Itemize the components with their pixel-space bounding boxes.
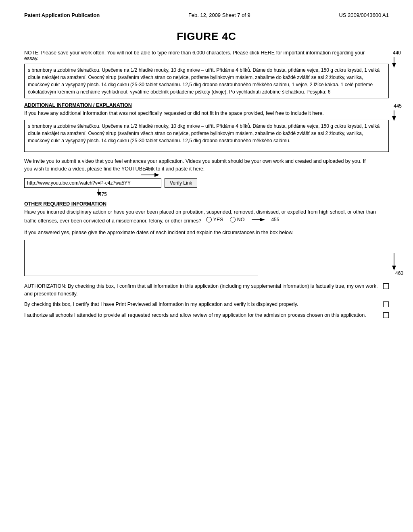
auth-text-2: By checking this box, I certify that I h… [24,301,383,308]
svg-marker-5 [154,173,159,177]
auth-checkbox-2[interactable] [383,301,389,307]
other-req-text: Have you incurred disciplinary action or… [24,208,389,225]
no-option[interactable]: NO [230,216,245,224]
additional-header: ADDITIONAL INFORMATION / EXPLANATION [24,102,389,108]
yes-label: YES [213,216,223,224]
note-prefix: NOTE: Please save your work often. You w… [24,50,261,56]
video-text-content: We invite you to submit a video that you… [24,158,366,172]
yes-radio[interactable] [206,217,212,222]
note-here-link[interactable]: HERE [261,50,275,56]
arrow-455 [251,217,267,222]
arrow-445 [388,110,400,122]
arrow-450 [139,171,163,179]
yes-option[interactable]: YES [206,216,223,224]
text-box-1[interactable]: s brambory a zdobíme šlehačkou. Upečeme … [24,64,389,98]
additional-text-content: If you have any additional information t… [24,110,324,116]
figure-title: FIGURE 4C [24,30,389,43]
svg-marker-1 [392,63,396,68]
label-445: 445 [394,102,402,110]
arrow-475 [85,188,105,196]
verify-link-button[interactable]: Verify Link [165,178,197,188]
svg-marker-11 [392,266,396,270]
auth-text-3: I authorize all schools I attended to pr… [24,312,383,319]
youtube-input[interactable]: http://www.youtube.com/watch?v=P-c4z7wa5… [24,178,161,188]
video-text: We invite you to submit a video that you… [24,158,389,173]
no-radio[interactable] [230,217,236,222]
label-455: 455 [271,216,279,223]
svg-marker-3 [392,116,396,121]
other-req-header: OTHER REQUIRED INFORMATION [24,201,389,207]
youtube-url: http://www.youtube.com/watch?v=P-c4z7wa5… [27,180,131,186]
label-440: 440 [393,50,401,56]
header-right: US 2009/0043600 A1 [339,12,389,18]
arrow-460 [388,252,400,272]
label-450: 450 [145,166,153,172]
other-req-text-content: Have you incurred disciplinary action or… [24,209,376,224]
text-box-2[interactable]: s brambory a zdobíme šlehačkou. Upečeme … [24,120,389,152]
incident-box[interactable] [24,240,258,276]
no-label: NO [237,216,245,224]
auth-checkbox-3[interactable] [383,312,389,318]
arrow-440 [388,56,400,69]
note-text: NOTE: Please save your work often. You w… [24,50,389,61]
authorization-section: AUTHORIZATION: By checking this box, I c… [24,283,389,319]
auth-text-1: AUTHORIZATION: By checking this box, I c… [24,283,383,298]
svg-marker-9 [260,218,265,221]
incident-text: If you answered yes, please give the app… [24,229,389,237]
auth-checkbox-1[interactable] [383,283,389,289]
additional-text: If you have any additional information t… [24,110,389,117]
svg-marker-7 [97,192,101,196]
header-left: Patent Application Publication [24,12,100,18]
header-center: Feb. 12, 2009 Sheet 7 of 9 [188,12,250,18]
